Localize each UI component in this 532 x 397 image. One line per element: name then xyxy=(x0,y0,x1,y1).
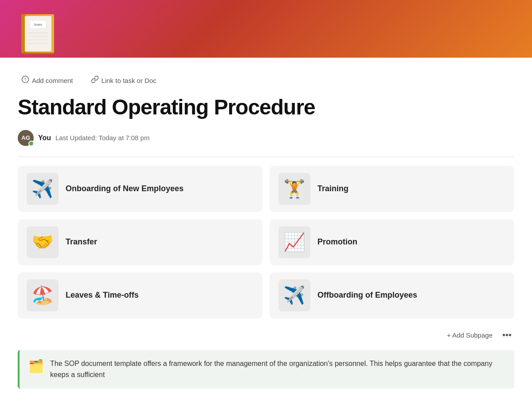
subpage-card[interactable]: 🏖️Leaves & Time-offs xyxy=(18,272,262,318)
info-box-text: The SOP document template offers a frame… xyxy=(50,358,505,381)
subpage-emoji: ✈️ xyxy=(27,173,59,205)
subpage-emoji: 🤝 xyxy=(27,226,59,258)
svg-text:Notes: Notes xyxy=(34,23,43,26)
subpage-card[interactable]: 🤝Transfer xyxy=(18,219,262,265)
add-subpage-row: + Add Subpage ••• xyxy=(0,327,532,346)
subpage-label: Leaves & Time-offs xyxy=(66,291,139,300)
subpage-emoji: 🏋️ xyxy=(278,173,310,205)
more-icon: ••• xyxy=(502,330,512,340)
toolbar: Add comment Link to task or Doc xyxy=(0,65,532,92)
avatar: AG xyxy=(18,130,34,146)
subpage-label: Offboarding of Employees xyxy=(317,291,417,300)
subpage-emoji: 🏖️ xyxy=(27,279,59,311)
author-name: You xyxy=(38,134,51,142)
subpage-emoji: 📈 xyxy=(278,226,310,258)
comment-icon xyxy=(21,75,29,85)
add-subpage-button[interactable]: + Add Subpage xyxy=(447,331,493,339)
link-icon xyxy=(91,75,99,85)
avatar-online-badge xyxy=(28,141,34,146)
notebook-icon: Notes xyxy=(18,10,58,62)
page-title: Standard Operating Procedure xyxy=(18,96,514,119)
subpage-card[interactable]: ✈️Onboarding of New Employees xyxy=(18,166,262,212)
subpage-card[interactable]: 🏋️Training xyxy=(270,166,514,212)
subpage-card[interactable]: 📈Promotion xyxy=(270,219,514,265)
info-box: 🗂️ The SOP document template offers a fr… xyxy=(18,350,514,389)
subpage-label: Training xyxy=(317,184,348,193)
page-title-section: Standard Operating Procedure xyxy=(0,92,532,126)
subpage-label: Transfer xyxy=(66,237,97,247)
author-section: AG You Last Updated: Today at 7:08 pm xyxy=(0,126,532,153)
subpage-card[interactable]: ✈️Offboarding of Employees xyxy=(270,272,514,318)
svg-rect-10 xyxy=(22,52,54,55)
subpage-label: Onboarding of New Employees xyxy=(66,184,184,193)
add-comment-label: Add comment xyxy=(32,77,73,84)
info-box-icon: 🗂️ xyxy=(28,359,44,373)
last-updated: Last Updated: Today at 7:08 pm xyxy=(55,134,149,142)
more-options-button[interactable]: ••• xyxy=(500,329,514,341)
subpage-emoji: ✈️ xyxy=(278,279,310,311)
add-subpage-label: + Add Subpage xyxy=(447,331,493,339)
avatar-initials: AG xyxy=(21,134,30,141)
add-comment-button[interactable]: Add comment xyxy=(18,74,77,87)
section-divider xyxy=(18,157,514,157)
subpage-label: Promotion xyxy=(317,237,357,247)
link-label: Link to task or Doc xyxy=(102,77,156,84)
subpage-grid: ✈️Onboarding of New Employees🏋️Training🤝… xyxy=(0,166,532,318)
link-button[interactable]: Link to task or Doc xyxy=(87,74,160,87)
header-banner: Notes xyxy=(0,0,532,58)
